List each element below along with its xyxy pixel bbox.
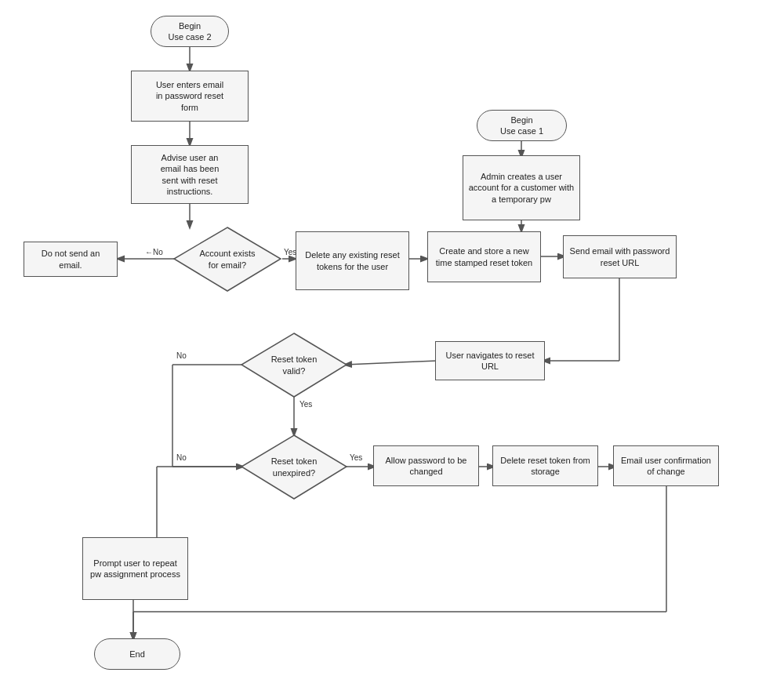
- no-label-account: ←No: [145, 248, 163, 256]
- begin-use-case-2: Begin Use case 2: [151, 16, 229, 47]
- send-email-node: Send email with password reset URL: [563, 235, 677, 278]
- no-label-reset-valid: No: [176, 351, 187, 360]
- yes-label-reset-unexpired: Yes: [350, 453, 362, 462]
- admin-creates-node: Admin creates a user account for a custo…: [463, 155, 580, 220]
- do-not-send-node: Do not send an email.: [24, 242, 118, 277]
- svg-line-11: [345, 361, 437, 365]
- delete-tokens-node: Delete any existing reset tokens for the…: [296, 231, 409, 290]
- yes-label-account: Yes: [284, 248, 296, 256]
- end-node: End: [94, 638, 180, 670]
- prompt-user-node: Prompt user to repeat pw assignment proc…: [82, 537, 188, 600]
- yes-label-reset-valid: Yes: [299, 400, 312, 409]
- reset-token-unexpired-label: Reset tokenunexpired?: [271, 456, 318, 478]
- allow-password-node: Allow password to be changed: [373, 445, 479, 486]
- account-exists-diamond: Account existsfor email?: [172, 226, 282, 293]
- reset-token-unexpired-diamond: Reset tokenunexpired?: [240, 434, 348, 500]
- user-enters-email-node: User enters email in password reset form: [131, 71, 249, 122]
- delete-reset-token-node: Delete reset token from storage: [492, 445, 598, 486]
- flowchart-diagram: Begin Use case 2 User enters email in pa…: [0, 0, 784, 687]
- email-confirm-node: Email user confirmation of change: [613, 445, 719, 486]
- user-navigates-node: User navigates to reset URL: [435, 341, 545, 380]
- advise-user-node: Advise user an email has been sent with …: [131, 145, 249, 204]
- reset-token-valid-diamond: Reset tokenvalid?: [240, 332, 348, 398]
- account-exists-label: Account existsfor email?: [200, 248, 256, 271]
- begin-use-case-1: Begin Use case 1: [477, 110, 567, 141]
- reset-token-valid-label: Reset tokenvalid?: [271, 354, 318, 376]
- create-token-node: Create and store a new time stamped rese…: [427, 231, 541, 282]
- no-label-reset-unexpired: No: [176, 453, 187, 462]
